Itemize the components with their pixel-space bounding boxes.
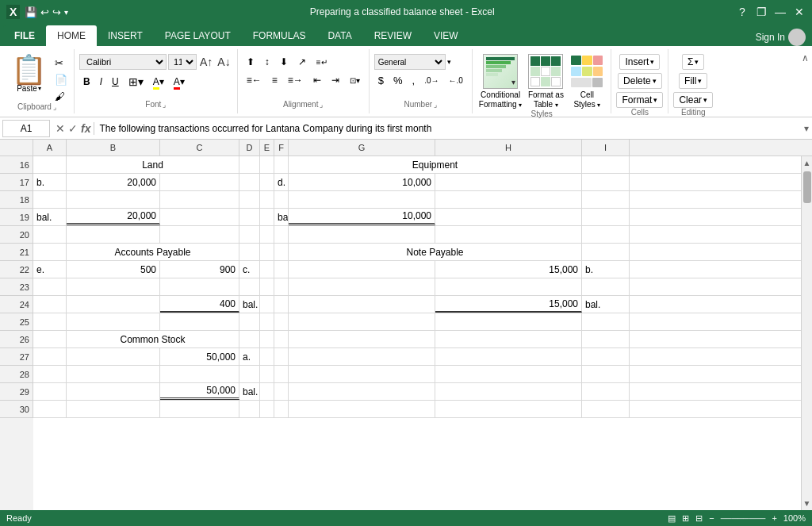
increase-indent-button[interactable]: ⇥ xyxy=(327,72,343,88)
formula-bar-expand-icon[interactable]: ▾ xyxy=(804,123,809,134)
col-header-i[interactable]: I xyxy=(582,140,630,155)
cell-18-e[interactable] xyxy=(260,191,274,208)
cell-21-i[interactable] xyxy=(582,244,630,260)
cell-26-b[interactable]: Common Stock xyxy=(67,331,239,347)
cell-17-c[interactable] xyxy=(160,174,239,190)
minimize-icon[interactable]: — xyxy=(774,6,787,18)
cell-20-g[interactable] xyxy=(289,226,435,243)
bold-button[interactable]: B xyxy=(79,74,94,90)
zoom-out-button[interactable]: − xyxy=(709,513,714,523)
cell-19-h[interactable] xyxy=(435,209,582,225)
cell-24-b[interactable] xyxy=(67,296,160,313)
cell-16-i[interactable] xyxy=(582,156,630,173)
delete-cells-button[interactable]: Delete▾ xyxy=(618,73,662,89)
cell-30-d[interactable] xyxy=(239,401,260,417)
save-icon[interactable]: 💾 xyxy=(25,6,37,18)
cell-18-i[interactable] xyxy=(582,191,630,208)
cell-17-a[interactable]: b. xyxy=(33,174,67,190)
restore-icon[interactable]: ❐ xyxy=(755,6,768,18)
row-number-22[interactable]: 22 xyxy=(0,261,33,278)
cell-27-g[interactable] xyxy=(289,348,435,365)
cell-16-d[interactable] xyxy=(239,156,260,173)
cell-19-c[interactable] xyxy=(160,209,239,225)
cell-26-e[interactable] xyxy=(260,331,274,347)
cell-26-g[interactable] xyxy=(289,331,435,347)
cell-22-i[interactable]: b. xyxy=(582,261,630,278)
align-bottom-button[interactable]: ⬇ xyxy=(276,54,292,70)
vertical-scrollbar[interactable]: ▲ ▼ xyxy=(801,156,812,510)
cell-25-e[interactable] xyxy=(260,313,274,330)
conditional-formatting-button[interactable]: ▾ ConditionalFormatting ▾ xyxy=(479,54,523,109)
scroll-down-arrow[interactable]: ▼ xyxy=(801,497,812,510)
comma-button[interactable]: , xyxy=(408,72,419,88)
cell-19-d[interactable] xyxy=(239,209,260,225)
decrease-font-size-button[interactable]: A↓ xyxy=(216,56,232,68)
cancel-entry-icon[interactable]: ✕ xyxy=(56,122,65,135)
cell-24-g[interactable] xyxy=(289,296,435,313)
cell-28-a[interactable] xyxy=(33,366,67,382)
cell-27-e[interactable] xyxy=(260,348,274,365)
cell-26-a[interactable] xyxy=(33,331,67,347)
cell-16-b[interactable]: Land xyxy=(67,156,239,173)
cell-25-i[interactable] xyxy=(582,313,630,330)
help-icon[interactable]: ? xyxy=(736,6,749,18)
row-number-17[interactable]: 17 xyxy=(0,174,33,191)
increase-font-size-button[interactable]: A↑ xyxy=(198,56,214,68)
cell-23-g[interactable] xyxy=(289,278,435,295)
cell-17-i[interactable] xyxy=(582,174,630,190)
cell-18-h[interactable] xyxy=(435,191,582,208)
tab-review[interactable]: REVIEW xyxy=(363,25,423,46)
fill-color-button[interactable]: A▾ xyxy=(149,74,168,90)
cell-25-c[interactable] xyxy=(160,313,239,330)
cell-29-b[interactable] xyxy=(67,383,160,400)
cell-20-a[interactable] xyxy=(33,226,67,243)
underline-button[interactable]: U xyxy=(108,74,123,90)
col-header-a[interactable]: A xyxy=(33,140,67,155)
number-format-expand[interactable]: ▾ xyxy=(447,58,451,66)
font-color-button[interactable]: A▾ xyxy=(170,74,189,90)
select-all-button[interactable] xyxy=(0,140,33,155)
font-size-select[interactable]: 11 xyxy=(168,54,197,70)
cell-23-a[interactable] xyxy=(33,278,67,295)
cell-24-h[interactable]: 15,000 xyxy=(435,296,582,313)
row-number-16[interactable]: 16 xyxy=(0,156,33,174)
cell-22-g[interactable] xyxy=(289,261,435,278)
cell-30-g[interactable] xyxy=(289,401,435,417)
percent-button[interactable]: % xyxy=(389,72,407,88)
clear-button[interactable]: Clear▾ xyxy=(673,92,713,108)
row-number-19[interactable]: 19 xyxy=(0,209,33,226)
cell-30-e[interactable] xyxy=(260,401,274,417)
close-icon[interactable]: ✕ xyxy=(793,6,806,18)
cell-27-d[interactable]: a. xyxy=(239,348,260,365)
cell-27-h[interactable] xyxy=(435,348,582,365)
cell-19-f[interactable]: bal. xyxy=(274,209,289,225)
cell-25-d[interactable] xyxy=(239,313,260,330)
cell-20-b[interactable] xyxy=(67,226,160,243)
insert-cells-button[interactable]: Insert▾ xyxy=(619,54,660,70)
col-header-h[interactable]: H xyxy=(435,140,582,155)
cell-29-a[interactable] xyxy=(33,383,67,400)
cell-20-f[interactable] xyxy=(274,226,289,243)
cell-20-h[interactable] xyxy=(435,226,582,243)
format-as-table-button[interactable]: Format asTable ▾ xyxy=(527,54,565,109)
cell-21-g[interactable]: Note Payable xyxy=(289,244,582,260)
align-center-button[interactable]: ≡ xyxy=(268,72,282,88)
row-number-25[interactable]: 25 xyxy=(0,313,33,331)
cell-21-f[interactable] xyxy=(274,244,289,260)
row-number-28[interactable]: 28 xyxy=(0,366,33,383)
cell-17-h[interactable] xyxy=(435,174,582,190)
currency-button[interactable]: $ xyxy=(374,72,388,88)
cell-16-g[interactable]: Equipment xyxy=(289,156,582,173)
row-number-30[interactable]: 30 xyxy=(0,401,33,418)
cell-27-b[interactable] xyxy=(67,348,160,365)
font-expand-icon[interactable]: ⌟ xyxy=(163,101,166,109)
merge-center-button[interactable]: ⊡▾ xyxy=(346,72,364,88)
page-break-preview-button[interactable]: ⊟ xyxy=(695,513,703,524)
scroll-thumb[interactable] xyxy=(803,171,811,203)
wrap-text-button[interactable]: ≡↵ xyxy=(312,54,331,70)
decrease-decimal-button[interactable]: .0→ xyxy=(420,72,442,88)
col-header-f[interactable]: F xyxy=(274,140,289,155)
cell-16-e[interactable] xyxy=(260,156,274,173)
cell-30-i[interactable] xyxy=(582,401,630,417)
cell-24-f[interactable] xyxy=(274,296,289,313)
